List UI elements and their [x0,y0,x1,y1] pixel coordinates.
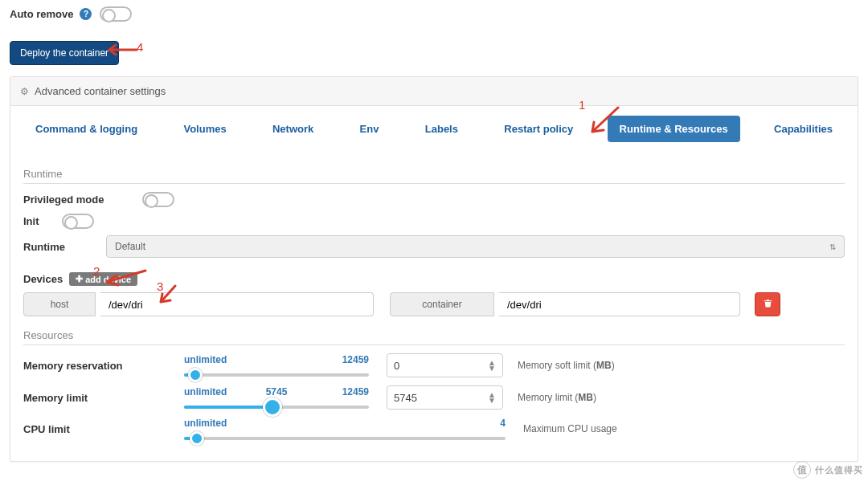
mem-res-slider[interactable] [184,373,369,377]
mem-res-min: unlimited [184,354,227,365]
runtime-label: Runtime [23,241,100,253]
runtime-row: Runtime Default ⇅ [23,235,845,258]
chevron-updown-icon: ⇅ [829,243,836,251]
mem-lim-value: 5745 [394,392,417,404]
mem-lim-max: 12459 [342,386,369,397]
stepper-icon: ▲▼ [488,360,496,371]
tab-env[interactable]: Env [348,116,391,142]
mem-lim-mid: 5745 [266,386,288,397]
tab-restart-policy[interactable]: Restart policy [492,116,585,142]
mem-lim-min: unlimited [184,386,227,397]
privileged-row: Privileged mode [23,192,845,207]
runtime-section-title: Runtime [23,168,845,180]
cpu-max: 4 [500,418,506,429]
mem-lim-number-input[interactable]: 5745 ▲▼ [387,385,503,410]
tab-volumes[interactable]: Volumes [171,116,238,142]
cpu-limit-label: CPU limit [23,423,184,435]
mem-res-value: 0 [394,360,399,372]
container-path-input[interactable] [499,292,740,316]
init-row: Init [23,214,845,229]
memory-reservation-label: Memory reservation [23,360,184,372]
delete-device-button[interactable] [755,292,780,316]
privileged-label: Privileged mode [23,194,136,206]
memory-reservation-row: Memory reservation unlimited 12459 0 ▲▼ [23,353,845,377]
advanced-settings-panel: ⚙ Advanced container settings Command & … [10,76,858,462]
annotation-1: 1 [579,98,585,112]
resources-section-title: Resources [23,329,845,341]
init-toggle[interactable] [62,214,94,229]
stepper-icon: ▲▼ [488,392,496,403]
plus-icon: ✚ [76,274,83,284]
device-mapping-row: host container [23,292,845,316]
host-path-input[interactable] [100,292,374,316]
cpu-slider[interactable] [184,437,506,440]
mem-lim-slider[interactable] [184,406,369,409]
cpu-limit-row: CPU limit unlimited 4 Maximum CPU usage [23,418,845,440]
trash-icon [763,298,773,311]
tab-labels[interactable]: Labels [413,116,470,142]
annotation-2: 2 [93,264,100,278]
settings-header-label: Advanced container settings [35,85,166,97]
tabs-bar: Command & logging Volumes Network Env La… [10,106,858,157]
cpu-hint: Maximum CPU usage [523,423,617,434]
tab-network[interactable]: Network [260,116,326,142]
runtime-select[interactable]: Default ⇅ [106,235,845,258]
add-device-button[interactable]: ✚ add device [69,272,137,286]
add-device-label: add device [85,275,131,284]
mem-lim-hint: Memory limit (MB) [518,392,596,403]
tab-runtime-resources[interactable]: Runtime & Resources [608,116,740,142]
init-label: Init [23,215,55,227]
annotation-3: 3 [157,279,163,293]
runtime-selected: Default [115,241,145,252]
auto-remove-label: Auto remove [10,8,73,20]
tab-capabilities[interactable]: Capabilities [762,116,845,142]
devices-label: Devices [23,273,63,285]
mem-res-max: 12459 [342,354,369,365]
deploy-button[interactable]: Deploy the container [10,41,119,65]
auto-remove-toggle[interactable] [100,6,132,22]
auto-remove-row: Auto remove ? [10,6,858,22]
settings-header: ⚙ Advanced container settings [10,77,858,106]
tab-command-logging[interactable]: Command & logging [23,116,149,142]
memory-limit-label: Memory limit [23,392,184,404]
mem-res-number-input[interactable]: 0 ▲▼ [387,353,503,377]
help-icon[interactable]: ? [80,8,92,20]
watermark: 值 什么值得买 [793,461,863,479]
gear-icon: ⚙ [20,86,29,97]
cpu-min: unlimited [184,418,227,429]
annotation-4: 4 [137,40,143,54]
container-addon: container [390,292,494,316]
privileged-toggle[interactable] [142,192,174,207]
host-addon: host [23,292,96,316]
devices-row: Devices ✚ add device [23,272,845,286]
memory-limit-row: Memory limit unlimited 5745 12459 5745 ▲… [23,385,845,410]
mem-res-hint: Memory soft limit (MB) [518,360,615,371]
